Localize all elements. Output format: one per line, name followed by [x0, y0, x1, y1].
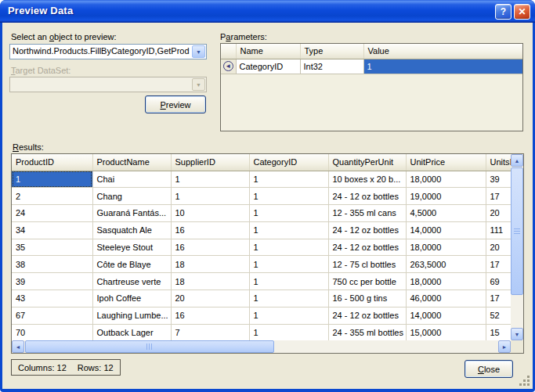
vertical-scrollbar[interactable]: ▲ ▼: [511, 154, 523, 340]
results-cell[interactable]: 39: [12, 273, 92, 290]
results-cell[interactable]: 16: [171, 239, 249, 256]
results-cell[interactable]: 1: [249, 324, 328, 340]
results-cell[interactable]: 24 - 355 ml bottles: [328, 324, 406, 340]
results-cell[interactable]: Sasquatch Ale: [92, 221, 171, 239]
column-header-productid[interactable]: ProductID: [12, 154, 92, 171]
results-cell[interactable]: 750 cc per bottle: [328, 273, 406, 290]
results-cell[interactable]: 10 boxes x 20 b...: [328, 171, 406, 188]
scroll-up-button[interactable]: ▲: [511, 154, 523, 167]
param-column-header-name[interactable]: Name: [236, 44, 300, 59]
column-header-supplierid[interactable]: SupplierID: [171, 154, 249, 171]
scrollbar-corner: [511, 340, 523, 353]
param-type-cell[interactable]: Int32: [300, 59, 363, 74]
results-cell[interactable]: 18,0000: [406, 273, 486, 290]
results-cell[interactable]: 1: [249, 273, 328, 290]
results-cell[interactable]: 2: [12, 188, 92, 205]
results-cell[interactable]: 70: [12, 324, 92, 340]
column-header-categoryid[interactable]: CategoryID: [249, 154, 328, 171]
results-cell[interactable]: 1: [249, 239, 328, 256]
results-cell[interactable]: 24 - 12 oz bottles: [328, 239, 406, 256]
results-cell[interactable]: 18: [171, 256, 249, 273]
results-cell[interactable]: Outback Lager: [92, 324, 171, 340]
param-column-header-type[interactable]: Type: [300, 44, 363, 59]
results-cell[interactable]: Guaraná Fantás...: [92, 205, 171, 222]
results-cell[interactable]: 18,0000: [406, 239, 486, 256]
column-header-productname[interactable]: ProductName: [92, 154, 171, 171]
param-value-cell[interactable]: 1: [363, 59, 522, 74]
results-cell[interactable]: 24 - 12 oz bottles: [328, 188, 406, 205]
vertical-scrollbar-thumb[interactable]: [511, 167, 523, 295]
results-cell[interactable]: 24 - 12 oz bottles: [328, 307, 406, 324]
results-cell[interactable]: 15,0000: [406, 324, 486, 340]
results-cell[interactable]: 38: [12, 256, 92, 273]
results-cell[interactable]: 20: [171, 290, 249, 307]
help-button[interactable]: ?: [495, 4, 512, 20]
results-cell[interactable]: 1: [249, 205, 328, 222]
results-cell[interactable]: 1: [12, 171, 92, 188]
column-header-unitprice[interactable]: UnitPrice: [406, 154, 486, 171]
close-button[interactable]: Close: [465, 360, 513, 378]
results-cell[interactable]: 46,0000: [406, 290, 486, 307]
results-cell[interactable]: Laughing Lumbe...: [92, 307, 171, 324]
close-window-button[interactable]: ✕: [514, 4, 530, 20]
preview-button[interactable]: Preview: [145, 95, 206, 113]
scroll-left-button[interactable]: ◄: [12, 340, 24, 353]
results-cell[interactable]: 7: [171, 324, 249, 340]
results-cell[interactable]: 19,0000: [406, 188, 486, 205]
results-cell[interactable]: 1: [171, 188, 249, 205]
results-cell[interactable]: 1: [171, 171, 249, 188]
chevron-down-icon[interactable]: ▼: [192, 45, 205, 58]
results-cell[interactable]: 1: [249, 307, 328, 324]
horizontal-scrollbar[interactable]: ◄ ►: [12, 340, 511, 353]
results-cell[interactable]: 67: [12, 307, 92, 324]
results-cell[interactable]: 16 - 500 g tins: [328, 290, 406, 307]
results-cell[interactable]: 24 - 12 oz bottles: [328, 221, 406, 239]
results-cell[interactable]: 1: [249, 188, 328, 205]
results-cell[interactable]: 1: [249, 221, 328, 239]
results-cell[interactable]: 14,0000: [406, 307, 486, 324]
results-cell[interactable]: Steeleye Stout: [92, 239, 171, 256]
param-column-header-value[interactable]: Value: [363, 44, 522, 59]
results-cell[interactable]: 17: [486, 256, 511, 273]
resize-grip[interactable]: [527, 383, 530, 386]
results-cell[interactable]: 20: [486, 205, 511, 222]
results-cell[interactable]: Côte de Blaye: [92, 256, 171, 273]
results-cell[interactable]: 17: [486, 188, 511, 205]
results-cell[interactable]: Chang: [92, 188, 171, 205]
titlebar[interactable]: Preview Data ? ✕: [0, 0, 535, 23]
results-cell[interactable]: 16: [171, 307, 249, 324]
results-cell[interactable]: 18: [171, 273, 249, 290]
results-cell[interactable]: 10: [171, 205, 249, 222]
results-cell[interactable]: 69: [486, 273, 511, 290]
column-header-quantityperunit[interactable]: QuantityPerUnit: [328, 154, 406, 171]
column-header-unitsinstock[interactable]: UnitsI: [486, 154, 511, 171]
results-cell[interactable]: Chartreuse verte: [92, 273, 171, 290]
results-cell[interactable]: 1: [249, 171, 328, 188]
results-cell[interactable]: 43: [12, 290, 92, 307]
results-cell[interactable]: Chai: [92, 171, 171, 188]
object-selector-combobox[interactable]: Northwind.Products.FillByCategoryID,GetP…: [9, 44, 207, 59]
results-cell[interactable]: 4,5000: [406, 205, 486, 222]
results-cell[interactable]: 263,5000: [406, 256, 486, 273]
scroll-down-button[interactable]: ▼: [511, 328, 523, 340]
scroll-right-button[interactable]: ►: [498, 340, 511, 353]
results-cell[interactable]: 1: [249, 256, 328, 273]
results-cell[interactable]: 14,0000: [406, 221, 486, 239]
horizontal-scrollbar-thumb[interactable]: [25, 340, 274, 353]
results-cell[interactable]: 35: [12, 239, 92, 256]
results-cell[interactable]: 52: [486, 307, 511, 324]
results-cell[interactable]: 12 - 75 cl bottles: [328, 256, 406, 273]
param-name-cell[interactable]: CategoryID: [236, 59, 300, 74]
results-cell[interactable]: 17: [486, 290, 511, 307]
results-cell[interactable]: 1: [249, 290, 328, 307]
results-cell[interactable]: 16: [171, 221, 249, 239]
results-cell[interactable]: 20: [486, 239, 511, 256]
results-cell[interactable]: 18,0000: [406, 171, 486, 188]
results-cell[interactable]: 39: [486, 171, 511, 188]
results-cell[interactable]: 12 - 355 ml cans: [328, 205, 406, 222]
results-cell[interactable]: 34: [12, 221, 92, 239]
results-cell[interactable]: 111: [486, 221, 511, 239]
results-cell[interactable]: Ipoh Coffee: [92, 290, 171, 307]
results-cell[interactable]: 15: [486, 324, 511, 340]
results-cell[interactable]: 24: [12, 205, 92, 222]
